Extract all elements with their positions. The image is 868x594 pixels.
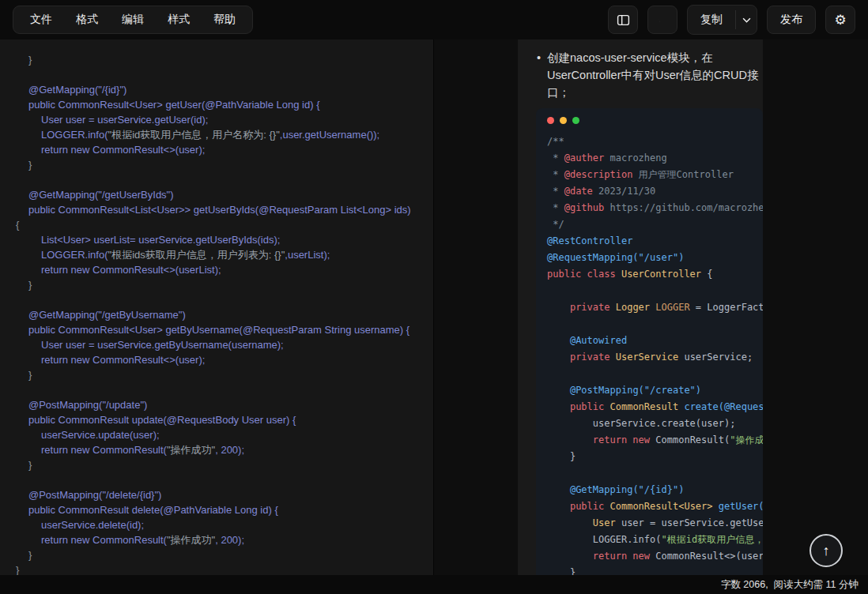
code-line: @PostMapping("/create") xyxy=(547,382,763,399)
code-line: public CommonResult<User> getUser(@P xyxy=(547,498,763,515)
word-count-text: 字数 2066, 阅读大约需 11 分钟 xyxy=(721,578,859,592)
code-line: /** xyxy=(547,133,763,150)
menu-item-edit[interactable]: 编辑 xyxy=(110,9,156,31)
editor-line[interactable]: return new CommonResult<>(user); xyxy=(16,142,427,157)
editor-line[interactable]: @PostMapping("/delete/{id}") xyxy=(16,487,427,502)
editor-line[interactable]: User user = userService.getByUsername(us… xyxy=(16,337,427,352)
editor-line[interactable]: return new CommonResult("操作成功", 200); xyxy=(16,532,427,547)
code-line: * @date 2023/11/30 xyxy=(547,183,763,200)
code-line: @RestController xyxy=(547,233,763,250)
editor-line[interactable]: } xyxy=(16,457,427,472)
code-line: } xyxy=(547,449,763,465)
gear-icon: ⚙ xyxy=(834,13,846,27)
list-item-text: 创建nacos-user-service模块，在UserController中有… xyxy=(547,51,758,99)
settings-button[interactable]: ⚙ xyxy=(825,6,855,34)
editor-line[interactable]: return new CommonResult<>(userList); xyxy=(16,262,427,277)
editor-line[interactable] xyxy=(16,292,427,307)
copy-button[interactable]: 复制 xyxy=(688,6,735,34)
menu-item-help[interactable]: 帮助 xyxy=(202,9,247,31)
copy-dropdown-button[interactable] xyxy=(736,6,757,34)
code-line: * @description 用户管理Controller xyxy=(547,167,763,183)
editor-line[interactable]: List<User> userList= userService.getUser… xyxy=(16,232,427,247)
editor-content: } @GetMapping("/{id}")public CommonResul… xyxy=(16,52,427,575)
editor-line[interactable]: @PostMapping("/update") xyxy=(16,397,427,412)
editor-line[interactable]: @GetMapping("/getByUsername") xyxy=(16,307,427,322)
code-line xyxy=(547,316,763,333)
code-line: @Autowired xyxy=(547,333,763,349)
code-line: return new CommonResult("操作成功 xyxy=(547,432,763,449)
arrow-up-icon: ↑ xyxy=(823,543,830,559)
editor-line[interactable]: public CommonResult<List<User>> getUserB… xyxy=(16,202,427,217)
editor-line[interactable]: { xyxy=(16,217,427,232)
code-line: userService.create(user); xyxy=(547,415,763,432)
editor-line[interactable] xyxy=(16,472,427,487)
code-line: public class UserController { xyxy=(547,266,763,283)
theme-toggle-button[interactable] xyxy=(647,6,677,34)
code-line: * @github https://github.com/macrozheng xyxy=(547,200,763,216)
copy-button-group: 复制 xyxy=(687,5,757,35)
moon-icon xyxy=(656,13,669,26)
menubar: 文件 格式 编辑 样式 帮助 xyxy=(13,6,253,34)
editor-line[interactable]: return new CommonResult<>(user); xyxy=(16,352,427,367)
list-item: • 创建nacos-user-service模块，在UserController… xyxy=(536,49,763,101)
code-line: @RequestMapping("/user") xyxy=(547,250,763,266)
code-line: private Logger LOGGER = LoggerFactor xyxy=(547,299,763,316)
code-line: public CommonResult create(@RequestB xyxy=(547,399,763,415)
code-line: LOGGER.info("根据id获取用户信息， xyxy=(547,532,763,548)
editor-line[interactable]: LOGGER.info("根据ids获取用户信息，用户列表为: {}",user… xyxy=(16,247,427,262)
code-line: } xyxy=(547,565,763,575)
publish-button[interactable]: 发布 xyxy=(767,6,816,34)
editor-line[interactable]: public CommonResult<User> getUser(@PathV… xyxy=(16,97,427,112)
panel-icon xyxy=(617,13,630,27)
menu-item-format[interactable]: 格式 xyxy=(64,9,110,31)
top-toolbar: 文件 格式 编辑 样式 帮助 xyxy=(0,0,868,39)
editor-line[interactable] xyxy=(16,172,427,187)
code-block-titlebar xyxy=(536,108,763,129)
code-line xyxy=(547,283,763,299)
code-block-content: /** * @auther macrozheng * @description … xyxy=(536,129,763,575)
code-line: return new CommonResult<>(user) xyxy=(547,548,763,565)
toolbar-actions: 复制 发布 ⚙ xyxy=(608,5,855,35)
preview-article: • 创建nacos-user-service模块，在UserController… xyxy=(518,39,763,575)
editor-line[interactable]: @GetMapping("/{id}") xyxy=(16,82,427,97)
mac-minimize-dot xyxy=(560,117,567,124)
editor-line[interactable]: User user = userService.getUser(id); xyxy=(16,112,427,127)
editor-line[interactable] xyxy=(16,67,427,82)
mac-close-dot xyxy=(547,117,554,124)
code-line: */ xyxy=(547,216,763,233)
app-window: 文件 格式 编辑 样式 帮助 xyxy=(0,0,868,594)
editor-line[interactable]: userService.delete(id); xyxy=(16,517,427,532)
editor-line[interactable] xyxy=(16,382,427,397)
editor-line[interactable]: LOGGER.info("根据id获取用户信息，用户名称为: {}",user.… xyxy=(16,127,427,142)
editor-line[interactable]: public CommonResult<User> getByUsername(… xyxy=(16,322,427,337)
editor-line[interactable]: return new CommonResult("操作成功", 200); xyxy=(16,442,427,457)
editor-line[interactable]: } xyxy=(16,547,427,562)
code-line: User user = userService.getUser xyxy=(547,515,763,532)
code-line: private UserService userService; xyxy=(547,349,763,366)
editor-line[interactable]: } xyxy=(16,277,427,292)
editor-line[interactable]: } xyxy=(16,367,427,382)
bullet-icon: • xyxy=(537,49,541,66)
editor-line[interactable]: } xyxy=(16,157,427,172)
menu-item-style[interactable]: 样式 xyxy=(156,9,202,31)
code-line: * @auther macrozheng xyxy=(547,150,763,167)
chevron-down-icon xyxy=(742,17,751,23)
main-split: } @GetMapping("/{id}")public CommonResul… xyxy=(0,39,868,575)
code-block: /** * @auther macrozheng * @description … xyxy=(536,108,763,575)
editor-line[interactable]: } xyxy=(16,52,427,67)
back-to-top-button[interactable]: ↑ xyxy=(810,534,843,567)
layout-toggle-button[interactable] xyxy=(608,6,638,34)
code-line xyxy=(547,366,763,382)
editor-line[interactable]: userService.update(user); xyxy=(16,427,427,442)
editor-line[interactable]: @GetMapping("/getUserByIds") xyxy=(16,187,427,202)
markdown-editor[interactable]: } @GetMapping("/{id}")public CommonResul… xyxy=(0,39,434,575)
preview-pane: • 创建nacos-user-service模块，在UserController… xyxy=(434,39,868,575)
menu-item-file[interactable]: 文件 xyxy=(18,9,64,31)
editor-line[interactable]: } xyxy=(16,562,427,575)
editor-line[interactable]: public CommonResult update(@RequestBody … xyxy=(16,412,427,427)
editor-line[interactable]: public CommonResult delete(@PathVariable… xyxy=(16,502,427,517)
code-line: @GetMapping("/{id}") xyxy=(547,482,763,498)
code-line xyxy=(547,465,763,482)
statusbar: 字数 2066, 阅读大约需 11 分钟 xyxy=(0,575,868,594)
mac-zoom-dot xyxy=(572,117,579,124)
